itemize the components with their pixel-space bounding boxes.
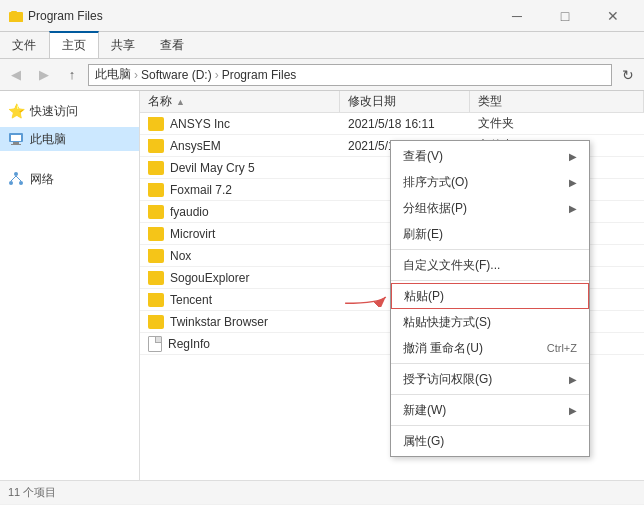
breadcrumb-folder: Program Files [222, 68, 297, 82]
menu-item-customize[interactable]: 自定义文件夹(F)... [391, 252, 589, 278]
arrow-indicator [342, 287, 392, 307]
ribbon: 文件 主页 共享 查看 [0, 32, 644, 59]
file-name-foxmail: Foxmail 7.2 [140, 183, 340, 197]
back-button[interactable]: ◀ [4, 63, 28, 87]
nav-this-pc[interactable]: 此电脑 [0, 127, 139, 151]
folder-icon [148, 139, 164, 153]
file-icon [148, 336, 162, 352]
breadcrumb-sep1: › [134, 68, 138, 82]
menu-item-properties[interactable]: 属性(G) [391, 428, 589, 454]
svg-rect-5 [13, 142, 19, 144]
folder-icon [148, 117, 164, 131]
folder-icon [148, 271, 164, 285]
address-bar: ◀ ▶ ↑ 此电脑 › Software (D:) › Program File… [0, 59, 644, 91]
network-section: 网络 [0, 167, 139, 191]
refresh-button[interactable]: ↻ [616, 63, 640, 87]
menu-item-paste[interactable]: 粘贴(P) [391, 283, 589, 309]
svg-point-7 [14, 172, 18, 176]
up-button[interactable]: ↑ [60, 63, 84, 87]
svg-line-10 [11, 176, 16, 181]
title-bar: Program Files ─ □ ✕ [0, 0, 644, 32]
nav-pane: ⭐ 快速访问 此电脑 [0, 91, 140, 480]
file-name-fyaudio: fyaudio [140, 205, 340, 219]
star-icon: ⭐ [8, 103, 24, 119]
svg-line-11 [16, 176, 21, 181]
breadcrumb-sep2: › [215, 68, 219, 82]
tab-file[interactable]: 文件 [0, 32, 49, 58]
table-row[interactable]: ANSYS Inc 2021/5/18 16:11 文件夹 [140, 113, 644, 135]
file-name-twinkstar: Twinkstar Browser [140, 315, 340, 329]
file-name-tencent: Tencent [140, 293, 340, 307]
breadcrumb-drive: Software (D:) [141, 68, 212, 82]
menu-separator-4 [391, 394, 589, 395]
network-icon [8, 171, 24, 187]
file-list-header: 名称 ▲ 修改日期 类型 [140, 91, 644, 113]
context-menu: 查看(V)▶ 排序方式(O)▶ 分组依据(P)▶ 刷新(E) 自定义文件夹(F)… [390, 140, 590, 457]
quick-access-label: 快速访问 [30, 103, 78, 120]
menu-item-paste-shortcut[interactable]: 粘贴快捷方式(S) [391, 309, 589, 335]
menu-item-view[interactable]: 查看(V)▶ [391, 143, 589, 169]
this-pc-label: 此电脑 [30, 131, 66, 148]
svg-rect-1 [9, 14, 23, 22]
folder-icon [148, 161, 164, 175]
status-text: 11 个项目 [8, 485, 56, 500]
menu-separator-3 [391, 363, 589, 364]
menu-separator-5 [391, 425, 589, 426]
svg-point-8 [9, 181, 13, 185]
address-path[interactable]: 此电脑 › Software (D:) › Program Files [88, 64, 612, 86]
file-date-ansys: 2021/5/18 16:11 [340, 117, 470, 131]
menu-item-sort[interactable]: 排序方式(O)▶ [391, 169, 589, 195]
folder-icon [148, 249, 164, 263]
svg-rect-4 [11, 135, 21, 141]
title-bar-buttons: ─ □ ✕ [494, 0, 636, 32]
svg-rect-2 [11, 11, 17, 13]
title-bar-icons: Program Files [8, 8, 103, 24]
col-header-date[interactable]: 修改日期 [340, 91, 470, 112]
menu-item-undo-rename[interactable]: 撤消 重命名(U)Ctrl+Z [391, 335, 589, 361]
menu-item-group[interactable]: 分组依据(P)▶ [391, 195, 589, 221]
folder-icon [148, 315, 164, 329]
forward-button[interactable]: ▶ [32, 63, 56, 87]
file-name-dmc5: Devil May Cry 5 [140, 161, 340, 175]
status-bar: 11 个项目 [0, 480, 644, 504]
computer-icon [8, 131, 24, 147]
this-pc-section: 此电脑 [0, 127, 139, 151]
folder-icon [148, 293, 164, 307]
ribbon-tabs: 文件 主页 共享 查看 [0, 32, 644, 58]
close-button[interactable]: ✕ [590, 0, 636, 32]
col-header-name[interactable]: 名称 ▲ [140, 91, 340, 112]
tab-view[interactable]: 查看 [148, 32, 197, 58]
network-label: 网络 [30, 171, 54, 188]
file-name-ansysem: AnsysEM [140, 139, 340, 153]
window-icon [8, 8, 24, 24]
nav-network[interactable]: 网络 [0, 167, 139, 191]
menu-separator-1 [391, 249, 589, 250]
menu-item-grant-access[interactable]: 授予访问权限(G)▶ [391, 366, 589, 392]
menu-item-refresh[interactable]: 刷新(E) [391, 221, 589, 247]
maximize-button[interactable]: □ [542, 0, 588, 32]
file-name-ansys: ANSYS Inc [140, 117, 340, 131]
col-header-type[interactable]: 类型 [470, 91, 644, 112]
nav-quick-access[interactable]: ⭐ 快速访问 [0, 99, 139, 123]
file-type-ansys: 文件夹 [470, 115, 644, 132]
folder-icon [148, 227, 164, 241]
breadcrumb-computer: 此电脑 [95, 66, 131, 83]
quick-access-section: ⭐ 快速访问 [0, 99, 139, 123]
folder-icon [148, 205, 164, 219]
file-name-nox: Nox [140, 249, 340, 263]
file-name-sogou: SogouExplorer [140, 271, 340, 285]
title-text: Program Files [28, 9, 103, 23]
menu-item-new[interactable]: 新建(W)▶ [391, 397, 589, 423]
tab-share[interactable]: 共享 [99, 32, 148, 58]
menu-separator-2 [391, 280, 589, 281]
tab-home[interactable]: 主页 [49, 31, 99, 58]
file-name-reginfo: RegInfo [140, 336, 340, 352]
svg-point-9 [19, 181, 23, 185]
folder-icon [148, 183, 164, 197]
minimize-button[interactable]: ─ [494, 0, 540, 32]
svg-rect-6 [11, 144, 21, 145]
file-name-microvirt: Microvirt [140, 227, 340, 241]
